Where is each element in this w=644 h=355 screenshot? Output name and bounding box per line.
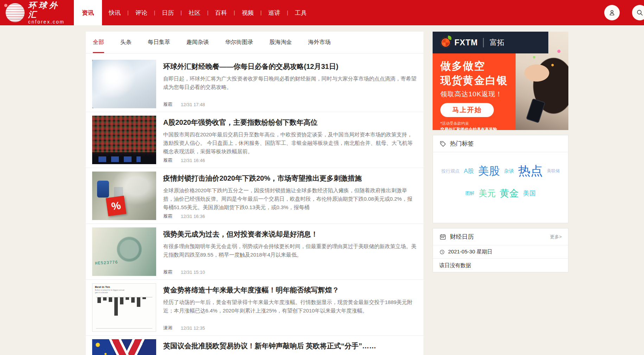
article-title[interactable]: 英国议会批准脱欧贸易协议！新年钟声敲响后 英欧将正式“分手”…… [163, 341, 417, 351]
user-account-button[interactable] [604, 5, 620, 20]
nav-item-comments[interactable]: 评论 [129, 0, 154, 25]
article-title[interactable]: A股2020年强势收官，主要指数纷纷创下数年高位 [163, 118, 417, 127]
tag-gold[interactable]: 黄金 [500, 187, 519, 200]
news-item[interactable]: % 疫情封锁打击油价2020年下跌20%，市场寄望推出更多刺激措施 全球原油价格… [86, 168, 423, 224]
search-icon [636, 9, 644, 17]
article-author: 潇湘 [163, 325, 172, 331]
thumbnail-chart-axis [96, 328, 152, 329]
tag-cloud: 投行观点 A股 美股 杂谈 热点 美联储 图解 美元 黄金 美国 [433, 152, 568, 223]
ad-subheadline: 领取高达10K返现！ [440, 90, 521, 99]
tag-hot-topics[interactable]: 热点 [518, 163, 543, 179]
article-summary: 中国股市周四在2020年最后交易日升至数年高位，中欧投资协定谈妥，及中国当局对资… [163, 130, 417, 156]
calendar-empty-message: 该日没有数据 [433, 259, 568, 272]
news-item[interactable]: HE523776 强势美元成为过去，但对投资者来说却是好消息！ 有很多理由预期明… [86, 224, 423, 279]
site-name: 环球外汇 [28, 1, 70, 19]
tag-a-shares[interactable]: A股 [464, 167, 474, 175]
tag-icon [439, 140, 446, 147]
calendar-date: 2021-05-30 星期日 [448, 248, 492, 255]
article-timestamp: 12/31 16:36 [181, 214, 205, 219]
tag-us-dollar[interactable]: 美元 [479, 188, 496, 199]
ad-headline-line1: 做多做空 [440, 59, 521, 73]
nav-item-flash[interactable]: 快讯 [102, 0, 127, 25]
article-thumbnail-dollar-bill[interactable]: HE523776 [92, 227, 156, 276]
hot-tags-title: 热门标签 [450, 140, 474, 148]
news-item[interactable]: 英国议会批准脱欧贸易协议！新年钟声敲响后 英欧将正式“分手”…… [86, 335, 423, 355]
calendar-date-row: 2021-05-30 星期日 [433, 245, 568, 259]
banknote-serial-text: HE523776 [95, 260, 118, 266]
article-title[interactable]: 环球外汇财经晚餐——你每日必备的交易攻略(12月31日) [163, 62, 417, 71]
financial-calendar-card: 财经日历 更多> 2021-05-30 星期日 该日没有数据 [433, 228, 568, 272]
article-author: 履霜 [163, 101, 172, 108]
nav-item-news[interactable]: 资讯 [74, 0, 102, 25]
tab-overseas-markets[interactable]: 海外市场 [308, 32, 331, 53]
article-thumbnail-snow-trees[interactable] [92, 60, 156, 108]
ad-disclaimer-line1: *活动受条款约束 [440, 121, 469, 125]
search-button[interactable] [632, 5, 644, 20]
top-navigation-bar: 环球外汇 cnforex.com 资讯 快讯 | 评论 | 日历 | 社区 | … [0, 0, 644, 25]
tab-stock-gold[interactable]: 股海淘金 [269, 32, 292, 53]
ad-brand-name: FXTM [454, 38, 478, 47]
tab-daily-digest[interactable]: 每日集萃 [148, 32, 170, 53]
article-title[interactable]: 疫情封锁打击油价2020年下跌20%，市场寄望推出更多刺激措施 [163, 174, 417, 183]
user-icon [608, 9, 616, 17]
site-domain: cnforex.com [28, 19, 70, 25]
fxtm-ad-banner[interactable]: FXTM │ 富拓 做多做空 现货黄金白银 领取高达10K返现！ 马上开始 *活… [433, 32, 568, 130]
nav-item-tools[interactable]: 工具 [288, 0, 313, 25]
ad-brand-name-cn: 富拓 [490, 38, 504, 47]
news-item[interactable]: A股2020年强势收官，主要指数纷纷创下数年高位 中国股市周四在2020年最后交… [86, 112, 423, 168]
globe-logo-icon [6, 3, 25, 22]
thumbnail-chart-title: Best in Ten [95, 285, 110, 289]
article-author: 履霜 [163, 213, 172, 219]
fxtm-logo-icon [440, 37, 451, 48]
tag-usa[interactable]: 美国 [523, 189, 536, 198]
tag-misc-talk[interactable]: 杂谈 [504, 168, 514, 174]
article-summary: 经历了动荡的一年后，黄金有望录得十年来最大年度涨幅。行情数据显示，现货黄金最新交… [163, 298, 417, 315]
article-timestamp: 12/31 15:10 [181, 270, 205, 275]
tab-wallstreet-gallery[interactable]: 华尔街图录 [225, 32, 253, 53]
hot-tags-card: 热门标签 投行观点 A股 美股 杂谈 热点 美联储 图解 美元 黄金 美国 [433, 135, 568, 223]
thumbnail-bar-chart [96, 297, 152, 325]
clock-icon [439, 249, 445, 255]
article-summary: 有很多理由预期明年美元会走弱，弱势或许会持续更长时间，但最重要的理由莫过于美联储… [163, 242, 417, 259]
nav-item-video[interactable]: 视频 [235, 0, 260, 25]
article-title[interactable]: 强势美元成为过去，但对投资者来说却是好消息！ [163, 230, 417, 239]
ad-start-now-button[interactable]: 马上开始 [440, 103, 494, 117]
ad-brand-bar: FXTM │ 富拓 [433, 32, 517, 53]
ad-brand-separator: │ [482, 38, 486, 47]
ad-disclaimer-line2: 交易外汇和差价合约具有高风险 [440, 127, 497, 130]
article-author: 履霜 [163, 269, 172, 275]
calendar-title: 财经日历 [450, 233, 474, 241]
article-thumbnail-uk-eu-flags[interactable] [92, 339, 156, 355]
article-timestamp: 12/31 17:48 [181, 102, 205, 107]
calendar-more-link[interactable]: 更多> [550, 234, 562, 240]
article-thumbnail-oil-dollars[interactable]: % [92, 172, 156, 220]
news-item[interactable]: 环球外汇财经晚餐——你每日必备的交易攻略(12月31日) 自即日起，环球外汇将为… [86, 56, 423, 112]
nav-item-community[interactable]: 社区 [182, 0, 207, 25]
tab-headlines[interactable]: 头条 [120, 32, 132, 53]
tag-us-stocks[interactable]: 美股 [478, 164, 500, 179]
nav-item-wiki[interactable]: 百科 [209, 0, 234, 25]
tab-all[interactable]: 全部 [93, 32, 104, 53]
article-timestamp: 12/31 16:46 [181, 158, 205, 163]
calendar-icon [439, 233, 446, 240]
tag-fed[interactable]: 美联储 [547, 168, 560, 174]
news-feed-card: 全部 头条 每日集萃 趣闻杂谈 华尔街图录 股海淘金 海外市场 环球外汇财经晚餐… [86, 32, 423, 355]
article-thumbnail-stock-board[interactable] [92, 116, 156, 164]
tab-fun-talk[interactable]: 趣闻杂谈 [186, 32, 209, 53]
thumbnail-chart-subtitle: Bullion is poised for its biggest annual… [95, 289, 127, 293]
site-logo[interactable]: 环球外汇 cnforex.com [0, 0, 70, 25]
article-title[interactable]: 黄金势将缔造十年来最大年度涨幅！明年能否续写辉煌？ [163, 285, 417, 295]
main-nav: 资讯 快讯 | 评论 | 日历 | 社区 | 百科 | 视频 | 巡讲 | 工具 [74, 0, 313, 25]
nav-item-roadshow[interactable]: 巡讲 [262, 0, 287, 25]
percent-cube-graphic: % [106, 196, 127, 217]
article-thumbnail-gold-chart[interactable]: Best in Ten Bullion is poised for its bi… [92, 283, 156, 332]
article-summary: 自即日起，环球外汇将为广大投资者收罗每日晚间必看的财经新闻，同时与大家分享市场的… [163, 75, 417, 91]
news-list: 环球外汇财经晚餐——你每日必备的交易攻略(12月31日) 自即日起，环球外汇将为… [86, 53, 423, 355]
nav-item-calendar[interactable]: 日历 [155, 0, 180, 25]
tag-infographic[interactable]: 图解 [465, 190, 474, 196]
news-item[interactable]: Best in Ten Bullion is poised for its bi… [86, 279, 423, 335]
article-timestamp: 12/31 12:35 [181, 325, 205, 331]
sidebar: FXTM │ 富拓 做多做空 现货黄金白银 领取高达10K返现！ 马上开始 *活… [433, 32, 568, 272]
ad-disclaimer: *活动受条款约束 交易外汇和差价合约具有高风险 [440, 121, 521, 130]
tag-invest-bank-views[interactable]: 投行观点 [441, 168, 460, 174]
